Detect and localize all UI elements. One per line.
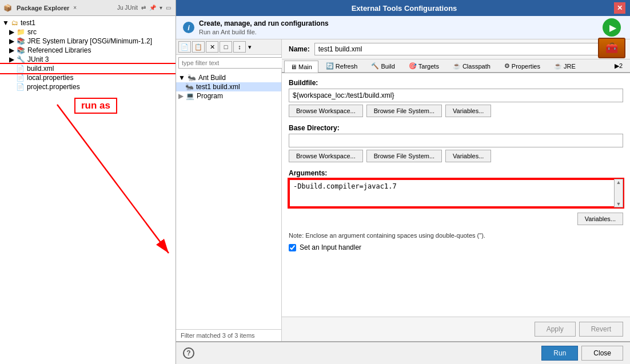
panel-header: 📦 Package Explorer × Ju JUnit ⇄ 📌 ▾ ▭ [0,0,176,16]
tree-label-junit3: JUnit 3 [27,55,49,63]
tab-properties[interactable]: ⚙ Properties [498,59,547,72]
panel-title: Package Explorer [17,5,69,11]
package-explorer-panel: 📦 Package Explorer × Ju JUnit ⇄ 📌 ▾ ▭ ▼ … [0,0,176,364]
filter-btn[interactable]: □ [220,41,232,53]
toolbar-dropdown[interactable]: ▾ [248,43,252,51]
jar-icon: 📚 [17,37,25,45]
variables-btn-args[interactable]: Variables... [577,213,623,225]
browse-workspace-btn-2[interactable]: Browse Workspace... [289,150,363,162]
filter-input[interactable] [178,57,284,69]
run-btn[interactable]: Run [541,346,578,361]
junit-tab-label[interactable]: Ju JUnit [116,3,139,12]
tree-item-reflibs[interactable]: ▶ 📚 Referenced Libraries [0,46,176,55]
arguments-group: Arguments: ▲ ▼ Variables... [289,169,623,225]
dialog-body: 📄 📋 ✕ □ ↕ ▾ ▼ 🐜 Ant Build 🐜 test1 build.… [176,39,630,341]
tab-jre[interactable]: ☕ JRE [548,59,582,72]
tool-icon-area: ▶ 🧰 [598,18,625,58]
expand-icon-junit: ▶ [9,55,14,63]
tab-build[interactable]: 🔨 Build [365,59,401,72]
package-icon: 📦 [3,4,12,12]
delete-btn[interactable]: ✕ [206,41,218,53]
svg-line-1 [57,105,169,253]
dialog-left-panel: 📄 📋 ✕ □ ↕ ▾ ▼ 🐜 Ant Build 🐜 test1 build.… [176,39,282,341]
expand-icon-jre: ▶ [9,37,14,45]
buildfile-group: Buildfile: Browse Workspace... Browse Fi… [289,79,623,117]
tree-area: ▼ 🗂 test1 ▶ 📁 src ▶ 📚 JRE System Library… [0,16,176,364]
jre-tab-icon: ☕ [554,62,562,70]
tree-item-jre[interactable]: ▶ 📚 JRE System Library [OSGi/Minimum-1.2… [0,37,176,46]
tree-test1-buildxml[interactable]: 🐜 test1 build.xml [176,82,281,91]
dialog-close-button[interactable]: ✕ [614,2,625,14]
ant-item-icon: 🐜 [185,83,194,91]
variables-btn-2[interactable]: Variables... [445,150,491,162]
junit-icon: 🔧 [17,55,25,63]
tree-ant-build[interactable]: ▼ 🐜 Ant Build [176,73,281,82]
tab-main[interactable]: 🖥 Main [284,61,318,73]
panel-close-btn[interactable]: × [71,4,78,11]
program-label: Program [197,92,223,100]
browse-filesystem-btn-1[interactable]: Browse File System... [366,105,442,117]
info-heading: Create, manage, and run configurations [199,19,329,27]
tree-label-test1: test1 [21,19,35,27]
chevron-down-icon[interactable]: ▾ [158,3,164,12]
refresh-tab-icon: 🔄 [326,62,334,70]
browse-workspace-btn-1[interactable]: Browse Workspace... [289,105,363,117]
input-handler-checkbox[interactable] [289,244,296,251]
tree-item-buildxml[interactable]: 📄 build.xml [0,64,176,73]
variables-btn-1[interactable]: Variables... [445,105,491,117]
program-icon: 💻 [186,92,194,100]
tree-label-localprops: local.properties [27,74,73,82]
build-tab-icon: 🔨 [371,62,379,70]
expand-ant-icon: ▼ [178,74,185,82]
name-input[interactable] [314,43,623,55]
tree-item-projectprops[interactable]: 📄 project.properties [0,82,176,91]
dialog-title: External Tools Configurations [194,4,614,13]
sort-btn[interactable]: ↕ [233,41,246,53]
main-tab-icon: 🖥 [290,63,297,70]
tab-targets[interactable]: 🎯 Targets [402,59,445,72]
tree-item-junit3[interactable]: ▶ 🔧 JUnit 3 [0,55,176,64]
external-tools-dialog: External Tools Configurations ✕ i Create… [176,0,630,364]
props-icon: 📄 [16,74,25,82]
apply-revert-row: Apply Revert [282,317,630,341]
tab-classpath[interactable]: ☕ Classpath [446,59,497,72]
minimize-icon[interactable]: ▭ [165,3,172,12]
project-icon: 🗂 [11,19,18,27]
tree-item-src[interactable]: ▶ 📁 src [0,27,176,37]
pin-icon[interactable]: 📌 [148,3,157,12]
tab-refresh[interactable]: 🔄 Refresh [320,59,364,72]
buildfile-btn-row: Browse Workspace... Browse File System..… [289,105,623,117]
input-handler-label: Set an Input handler [300,243,361,251]
footer-btn-row: Run Close [541,346,623,361]
args-scrollbar[interactable]: ▲ ▼ [614,179,623,207]
tree-label-projectprops: project.properties [27,83,80,91]
arguments-textarea[interactable] [289,179,623,207]
tree-item-localprops[interactable]: 📄 local.properties [0,73,176,82]
new-config-btn[interactable]: 📄 [178,41,191,53]
buildfile-label: Buildfile: [289,79,623,87]
tree-program[interactable]: ▶ 💻 Program [176,91,281,101]
expand-icon-reflib: ▶ [9,46,14,54]
tab-overflow[interactable]: ▶2 [611,61,627,71]
name-label: Name: [289,45,310,53]
tree-label-src: src [27,28,37,36]
tree-item-test1[interactable]: ▼ 🗂 test1 [0,18,176,27]
help-icon[interactable]: ? [183,347,194,359]
browse-filesystem-btn-2[interactable]: Browse File System... [366,150,442,162]
play-button[interactable]: ▶ [603,18,621,37]
sync-icon[interactable]: ⇄ [140,3,147,12]
xml-icon: 📄 [16,65,25,73]
dialog-right-panel: Name: 🖥 Main 🔄 Refresh 🔨 Build 🎯 [282,39,630,341]
dialog-close-btn2[interactable]: Close [581,346,623,361]
name-row: Name: [282,39,630,59]
ant-build-label: Ant Build [198,74,226,82]
duplicate-btn[interactable]: 📋 [192,41,205,53]
tabs-row: 🖥 Main 🔄 Refresh 🔨 Build 🎯 Targets ☕ [282,59,630,73]
basedir-btn-row: Browse Workspace... Browse File System..… [289,150,623,162]
buildfile-input[interactable] [289,89,623,102]
revert-btn[interactable]: Revert [579,322,623,337]
basedir-input[interactable] [289,134,623,147]
props-icon2: 📄 [16,83,25,91]
apply-btn[interactable]: Apply [535,322,576,337]
tree-label-buildxml: build.xml [27,65,54,73]
